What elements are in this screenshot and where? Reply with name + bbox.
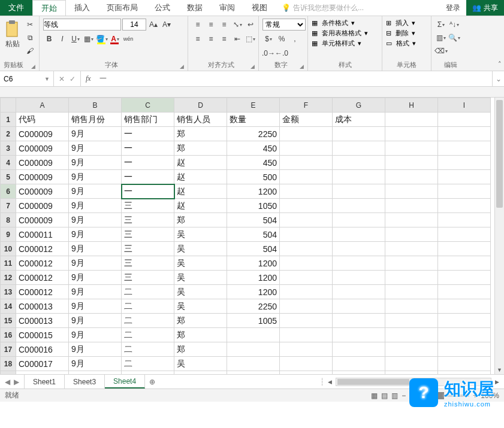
cell-E10[interactable]: 504 [227,242,280,256]
cell-D10[interactable]: 吴 [174,242,227,256]
row-header-7[interactable]: 7 [1,199,16,213]
view-pagelayout-button[interactable]: ▤ [381,391,388,400]
cell-A1[interactable]: 代码 [16,113,69,127]
sheet-tab-Sheet1[interactable]: Sheet1 [25,375,65,388]
autosum-button[interactable]: Σ [435,19,447,31]
cell-I13[interactable] [438,285,491,299]
row-header-18[interactable]: 18 [1,357,16,371]
zoom-out-button[interactable]: − [402,391,406,400]
italic-button[interactable]: I [56,33,68,45]
cell-G3[interactable] [333,141,385,156]
cell-G5[interactable] [333,170,385,184]
cell-C14[interactable]: 二 [122,299,174,314]
cell-C12[interactable]: 三 [122,271,174,285]
cell-D13[interactable]: 吴 [174,285,227,299]
accounting-format-button[interactable]: $ [262,33,274,45]
sort-filter-button[interactable]: ᴬ↓ [448,19,460,31]
cell-C9[interactable]: 三 [122,227,174,242]
cell-B10[interactable]: 9月 [69,242,122,256]
row-header-14[interactable]: 14 [1,299,16,314]
cell-A14[interactable]: C000013 [16,299,69,314]
row-header-15[interactable]: 15 [1,314,16,328]
cell-E16[interactable] [227,328,280,342]
cell-G7[interactable] [333,199,385,213]
enter-formula-button[interactable]: ✓ [70,75,76,83]
tab-review[interactable]: 审阅 [211,0,243,16]
cell-C19[interactable]: 三 [122,371,174,375]
tab-page-layout[interactable]: 页面布局 [98,0,146,16]
row-header-1[interactable]: 1 [1,113,16,127]
cell-H10[interactable] [385,242,438,256]
cell-E2[interactable]: 2250 [227,127,280,141]
row-header-10[interactable]: 10 [1,242,16,256]
cell-B5[interactable]: 9月 [69,170,122,184]
cell-A6[interactable]: C000009 [16,184,69,199]
cell-B13[interactable]: 9月 [69,285,122,299]
row-header-11[interactable]: 11 [1,256,16,271]
tab-nav-next[interactable]: ▶ [14,378,19,386]
cell-style-button[interactable]: ▦ 单元格样式 ▾ [312,39,361,48]
cell-B8[interactable]: 9月 [69,213,122,227]
cell-B16[interactable]: 9月 [69,328,122,342]
cell-I12[interactable] [438,271,491,285]
cell-C18[interactable]: 二 [122,357,174,371]
conditional-format-button[interactable]: ▦ 条件格式 ▾ [312,19,355,28]
cell-H17[interactable] [385,342,438,357]
cell-I8[interactable] [438,213,491,227]
cell-A18[interactable]: C000017 [16,357,69,371]
cell-B17[interactable]: 9月 [69,342,122,357]
cell-F7[interactable] [280,199,333,213]
cell-D15[interactable]: 郑 [174,314,227,328]
cell-B12[interactable]: 9月 [69,271,122,285]
cell-F18[interactable] [280,357,333,371]
cell-I3[interactable] [438,141,491,156]
number-launcher[interactable]: ◢ [300,63,304,69]
decrease-font-button[interactable]: A▾ [161,19,173,31]
format-cells-button[interactable]: ▭ 格式 ▾ [386,39,416,48]
cell-A3[interactable]: C000009 [16,141,69,156]
cell-A10[interactable]: C000012 [16,242,69,256]
paste-button[interactable]: 粘贴 [4,19,22,50]
cell-E1[interactable]: 数量 [227,113,280,127]
cell-G4[interactable] [333,156,385,170]
font-launcher[interactable]: ◢ [180,63,184,69]
cell-B11[interactable]: 9月 [69,256,122,271]
cell-A13[interactable]: C000012 [16,285,69,299]
cell-D19[interactable]: 吴 [174,371,227,375]
cell-A19[interactable]: C000018 [16,371,69,375]
merge-button[interactable]: ⬚ [245,33,256,45]
row-header-2[interactable]: 2 [1,127,16,141]
percent-button[interactable]: % [276,33,288,45]
new-sheet-button[interactable]: ⊕ [145,375,159,388]
cell-E8[interactable]: 504 [227,213,280,227]
cell-I18[interactable] [438,357,491,371]
cell-C1[interactable]: 销售部门 [122,113,174,127]
cell-D3[interactable]: 郑 [174,141,227,156]
cell-I9[interactable] [438,227,491,242]
align-launcher[interactable]: ◢ [251,63,255,69]
hscroll-left[interactable]: ◀ [327,379,333,385]
view-pagebreak-button[interactable]: ▥ [391,391,398,400]
row-header-4[interactable]: 4 [1,156,16,170]
row-header-17[interactable]: 17 [1,342,16,357]
cell-F15[interactable] [280,314,333,328]
cell-C16[interactable]: 二 [122,328,174,342]
format-painter-button[interactable]: 🖌 [24,45,36,57]
border-button[interactable]: ▦ [83,33,95,45]
cell-E3[interactable]: 450 [227,141,280,156]
name-box[interactable]: C6 ▼ [0,71,54,86]
cell-E9[interactable]: 504 [227,227,280,242]
cell-I2[interactable] [438,127,491,141]
cell-G1[interactable]: 成本 [333,113,385,127]
row-header-9[interactable]: 9 [1,227,16,242]
column-header-C[interactable]: C [122,98,174,113]
cell-G9[interactable] [333,227,385,242]
cell-A12[interactable]: C000012 [16,271,69,285]
cell-D6[interactable]: 赵 [174,184,227,199]
cell-A4[interactable]: C000009 [16,156,69,170]
cell-D5[interactable]: 赵 [174,170,227,184]
cell-D9[interactable]: 吴 [174,227,227,242]
login-button[interactable]: 登录 [440,0,466,16]
spreadsheet-grid[interactable]: ABCDEFGHI 1代码销售月份销售部门销售人员数量金额成本2C0000099… [0,98,491,374]
cell-E13[interactable]: 1200 [227,285,280,299]
